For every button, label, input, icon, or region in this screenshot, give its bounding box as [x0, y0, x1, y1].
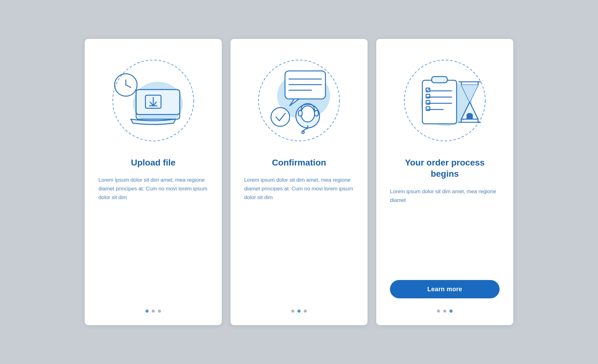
card-body-upload: Lorem ipsum dolor sit dim amet, mea regi…: [98, 176, 208, 298]
card-body-order: Lorem ipsum dolor sit dim amet, mea regi…: [390, 187, 500, 271]
dot-3: [449, 310, 453, 313]
dot-1: [437, 310, 440, 313]
dot-1: [291, 310, 294, 313]
dot-2: [297, 310, 301, 313]
svg-point-17: [271, 108, 290, 126]
dot-3: [304, 310, 307, 313]
card-title-confirmation: Confirmation: [272, 157, 326, 168]
svg-point-22: [302, 131, 304, 133]
svg-rect-20: [298, 110, 302, 116]
svg-rect-25: [422, 80, 457, 124]
card-title-upload: Upload file: [131, 157, 175, 168]
card-body-confirmation: Lorem ipsum dolor sit dim amet, mea regi…: [244, 176, 354, 298]
card-dots-confirmation: [291, 310, 307, 313]
dot-3: [158, 310, 161, 313]
card-illustration-confirmation: [244, 54, 354, 147]
dot-2: [152, 310, 155, 313]
card-illustration-upload: [98, 54, 208, 147]
dot-2: [443, 310, 446, 313]
card-dots-upload: [145, 310, 161, 313]
learn-more-button[interactable]: Learn more: [390, 280, 500, 298]
card-illustration-order: [390, 54, 500, 147]
svg-point-19: [301, 106, 315, 122]
card-order-process: Your order process begins Lorem ipsum do…: [376, 39, 513, 325]
card-confirmation: Confirmation Lorem ipsum dolor sit dim a…: [230, 39, 368, 325]
svg-rect-6: [136, 90, 180, 114]
card-upload-file: Upload file Lorem ipsum dolor sit dim am…: [85, 39, 222, 325]
card-title-order: Your order process begins: [390, 157, 500, 180]
cards-container: Upload file Lorem ipsum dolor sit dim am…: [72, 20, 526, 344]
card-dots-order: [437, 310, 453, 313]
svg-rect-26: [432, 77, 447, 83]
dot-1: [145, 310, 149, 313]
svg-line-4: [126, 85, 131, 87]
svg-rect-21: [315, 110, 318, 116]
